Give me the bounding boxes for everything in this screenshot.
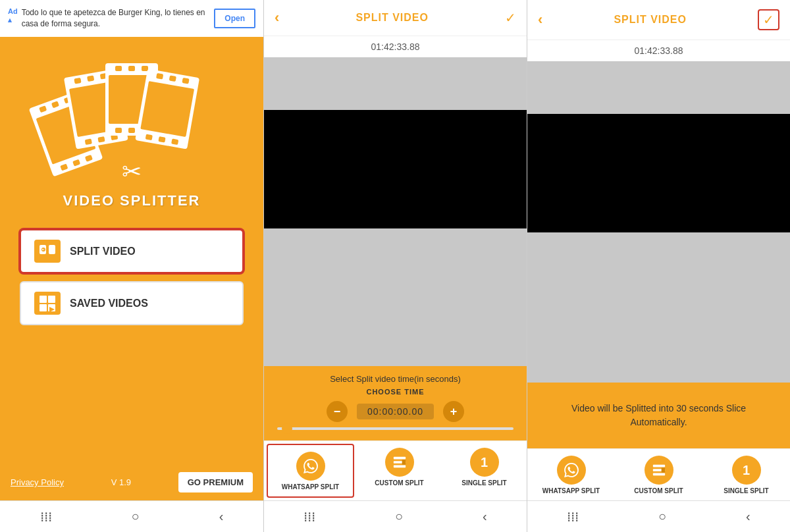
panel3-video-area (527, 61, 790, 383)
panel2-confirm-button[interactable]: ✓ (505, 10, 516, 26)
tab-single-split[interactable]: 1 SINGLE SPLIT (442, 441, 527, 500)
time-value-display: 00:00:00.00 (357, 404, 434, 419)
video-preview (264, 110, 527, 228)
main-menu: SPLIT VIDEO SAVED VIDEOS (13, 229, 250, 325)
time-control: − 00:00:00.00 + (275, 401, 516, 422)
panel3-controls: Video will be Splitted into 30 seconds S… (527, 383, 790, 448)
svg-rect-9 (393, 457, 405, 460)
split-video-label: SPLIT VIDEO (70, 246, 136, 257)
tab-single-label: SINGLE SPLIT (461, 479, 506, 487)
ad-content: Ad▴ Todo lo que te apetezca de Burger Ki… (8, 7, 207, 30)
saved-videos-button[interactable]: SAVED VIDEOS (20, 281, 244, 325)
panel3-tab-bar: WHATSAPP SPLIT CUSTOM SPLIT 1 SINGLE SPL… (527, 448, 790, 500)
auto-split-message: Video will be Splitted into 30 seconds S… (538, 391, 779, 440)
panel2-tab-bar: WHATSAPP SPLIT CUSTOM SPLIT 1 SINGLE SPL… (264, 440, 527, 500)
nav-menu-icon[interactable]: ⁞⁞⁞ (40, 509, 52, 525)
svg-rect-16 (661, 467, 665, 472)
panel3-back-button[interactable]: ‹ (538, 11, 542, 28)
tab-whatsapp-split[interactable]: WHATSAPP SPLIT (267, 444, 354, 498)
panel3-nav-bar: ⁞⁞⁞ ○ ‹ (527, 500, 790, 532)
panel2-nav-back-icon[interactable]: ‹ (483, 509, 487, 524)
panel3-tab-single[interactable]: 1 SINGLE SPLIT (702, 449, 790, 500)
slider-track (277, 427, 514, 430)
nav-home-icon[interactable]: ○ (132, 509, 140, 524)
split-video-button[interactable]: SPLIT VIDEO (20, 229, 244, 273)
slider-thumb[interactable] (282, 423, 292, 434)
panel3-custom-icon (645, 456, 673, 485)
panel2-title: SPLIT VIDEO (356, 12, 429, 24)
panel3-video-bottom (527, 232, 790, 383)
panel3-single-icon: 1 (732, 456, 761, 485)
svg-rect-4 (40, 296, 47, 303)
version-label: V 1.9 (111, 477, 131, 487)
ad-badge: Ad▴ (8, 7, 18, 24)
single-split-icon: 1 (470, 448, 499, 477)
scissors-icon: ✂ (122, 158, 142, 186)
saved-videos-label: SAVED VIDEOS (70, 298, 148, 309)
svg-rect-11 (393, 466, 405, 468)
panel2-header: ‹ SPLIT VIDEO ✓ (264, 0, 527, 36)
go-premium-button[interactable]: GO PREMIUM (178, 472, 253, 492)
ad-banner: Ad▴ Todo lo que te apetezca de Burger Ki… (0, 0, 263, 37)
app-title: VIDEO SPLITTER (63, 192, 201, 209)
time-increase-button[interactable]: + (443, 401, 464, 422)
panel3-title: SPLIT VIDEO (614, 14, 687, 26)
panel3-nav-menu-icon[interactable]: ⁞⁞⁞ (567, 509, 579, 525)
panel3-video-preview (527, 114, 790, 232)
panel3-tab-whatsapp[interactable]: WHATSAPP SPLIT (527, 449, 615, 500)
tab-custom-split[interactable]: CUSTOM SPLIT (357, 441, 442, 500)
nav-back-icon[interactable]: ‹ (219, 509, 224, 524)
navigation-bar: ⁞⁞⁞ ○ ‹ (0, 500, 263, 532)
video-top-gray (264, 57, 527, 110)
choose-time-label: CHOOSE TIME (275, 388, 516, 396)
timeline-slider[interactable] (275, 422, 516, 433)
svg-rect-13 (652, 465, 664, 467)
panel2-nav-bar: ⁞⁞⁞ ○ ‹ (264, 500, 527, 532)
time-decrease-button[interactable]: − (327, 401, 348, 422)
tab-whatsapp-label: WHATSAPP SPLIT (282, 483, 339, 491)
panel2-nav-home-icon[interactable]: ○ (395, 509, 403, 524)
footer-bar: Privacy Policy V 1.9 GO PREMIUM (0, 464, 263, 500)
panel3-timestamp: 01:42:33.88 (527, 40, 790, 61)
svg-rect-6 (40, 304, 47, 311)
panel2-video-area (264, 57, 527, 366)
split-video-panel: ‹ SPLIT VIDEO ✓ 01:42:33.88 Select Split… (263, 0, 527, 532)
app-main-area: ✂ VIDEO SPLITTER SPLIT VIDEO (0, 37, 263, 464)
svg-rect-5 (48, 296, 55, 303)
split-time-label: Select Split video time(in seconds) (275, 374, 516, 384)
panel3-whatsapp-label: WHATSAPP SPLIT (542, 487, 600, 495)
main-panel: Ad▴ Todo lo que te apetezca de Burger Ki… (0, 0, 263, 532)
panel3-whatsapp-icon (557, 456, 586, 485)
svg-rect-1 (49, 245, 55, 254)
panel3-tab-custom[interactable]: CUSTOM SPLIT (615, 449, 702, 500)
panel2-controls: Select Split video time(in seconds) CHOO… (264, 366, 527, 440)
privacy-policy-link[interactable]: Privacy Policy (11, 477, 64, 487)
auto-split-panel: ‹ SPLIT VIDEO ✓ 01:42:33.88 Video will b… (527, 0, 790, 532)
whatsapp-icon (296, 452, 325, 481)
panel3-single-label: SINGLE SPLIT (724, 487, 768, 495)
panel2-nav-menu-icon[interactable]: ⁞⁞⁞ (303, 509, 315, 525)
ad-text: Todo lo que te apetezca de Burger King, … (22, 7, 208, 30)
panel3-custom-label: CUSTOM SPLIT (634, 487, 683, 495)
panel2-timestamp: 01:42:33.88 (264, 36, 527, 57)
panel3-video-top (527, 61, 790, 114)
panel3-confirm-button[interactable]: ✓ (758, 9, 779, 30)
video-bottom-gray (264, 228, 527, 366)
ad-open-button[interactable]: Open (214, 9, 255, 28)
panel2-back-button[interactable]: ‹ (275, 9, 279, 26)
split-video-icon (34, 240, 61, 263)
saved-videos-icon (34, 292, 61, 315)
svg-rect-12 (402, 460, 406, 464)
tab-custom-label: CUSTOM SPLIT (375, 479, 423, 487)
custom-split-icon (385, 448, 414, 477)
panel3-nav-back-icon[interactable]: ‹ (746, 509, 750, 524)
panel3-header: ‹ SPLIT VIDEO ✓ (527, 0, 790, 40)
panel3-nav-home-icon[interactable]: ○ (658, 509, 666, 524)
svg-rect-15 (652, 473, 664, 476)
